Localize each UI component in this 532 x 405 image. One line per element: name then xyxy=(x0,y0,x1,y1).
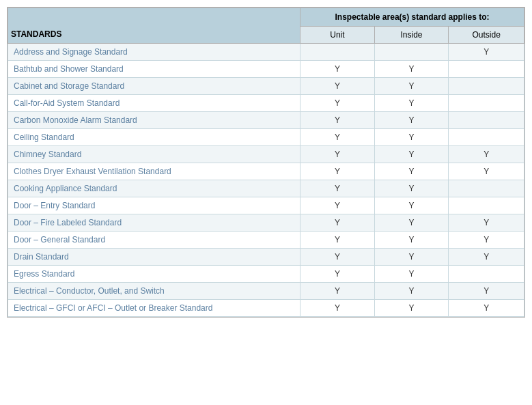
outside-cell: Y xyxy=(449,249,524,266)
table-row: Address and Signage StandardY xyxy=(8,44,524,61)
col-inside-header: Inside xyxy=(374,27,449,44)
table-row: Cooking Appliance StandardYY xyxy=(8,180,524,197)
table-row: Door – Entry StandardYY xyxy=(8,197,524,214)
standard-name-cell[interactable]: Egress Standard xyxy=(8,266,300,283)
inspectable-header: Inspectable area(s) standard applies to: xyxy=(300,8,524,27)
standard-name-cell[interactable]: Bathtub and Shower Standard xyxy=(8,61,300,78)
header-row-top: STANDARDS Inspectable area(s) standard a… xyxy=(8,8,524,27)
table-row: Electrical – GFCI or AFCI – Outlet or Br… xyxy=(8,300,524,317)
table-row: Drain StandardYYY xyxy=(8,249,524,266)
outside-cell xyxy=(449,61,524,78)
standard-name-cell[interactable]: Cooking Appliance Standard xyxy=(8,180,300,197)
standard-name-cell[interactable]: Ceiling Standard xyxy=(8,129,300,146)
inside-cell: Y xyxy=(374,266,449,283)
standard-name-cell[interactable]: Door – Entry Standard xyxy=(8,197,300,214)
outside-cell: Y xyxy=(449,232,524,249)
table-row: Chimney StandardYYY xyxy=(8,146,524,163)
unit-cell: Y xyxy=(300,197,375,214)
inside-cell: Y xyxy=(374,95,449,112)
table-row: Cabinet and Storage StandardYY xyxy=(8,78,524,95)
inside-cell: Y xyxy=(374,232,449,249)
outside-cell: Y xyxy=(449,300,524,317)
outside-cell xyxy=(449,266,524,283)
unit-cell: Y xyxy=(300,78,375,95)
unit-cell: Y xyxy=(300,112,375,129)
outside-cell xyxy=(449,180,524,197)
outside-cell: Y xyxy=(449,163,524,180)
unit-cell: Y xyxy=(300,146,375,163)
inside-cell: Y xyxy=(374,112,449,129)
outside-cell xyxy=(449,112,524,129)
unit-cell: Y xyxy=(300,300,375,317)
inside-cell: Y xyxy=(374,129,449,146)
col-unit-header: Unit xyxy=(300,27,375,44)
standard-name-cell[interactable]: Cabinet and Storage Standard xyxy=(8,78,300,95)
table-row: Electrical – Conductor, Outlet, and Swit… xyxy=(8,283,524,300)
inside-cell: Y xyxy=(374,300,449,317)
outside-cell xyxy=(449,78,524,95)
outside-cell xyxy=(449,197,524,214)
unit-cell: Y xyxy=(300,283,375,300)
table-row: Egress StandardYY xyxy=(8,266,524,283)
unit-cell: Y xyxy=(300,163,375,180)
standard-name-cell[interactable]: Call-for-Aid System Standard xyxy=(8,95,300,112)
inside-cell: Y xyxy=(374,61,449,78)
unit-cell: Y xyxy=(300,266,375,283)
unit-cell: Y xyxy=(300,249,375,266)
inside-cell: Y xyxy=(374,163,449,180)
outside-cell: Y xyxy=(449,214,524,232)
unit-cell: Y xyxy=(300,129,375,146)
inside-cell xyxy=(374,44,449,61)
col-outside-header: Outside xyxy=(449,27,524,44)
standard-name-cell[interactable]: Chimney Standard xyxy=(8,146,300,163)
outside-cell xyxy=(449,129,524,146)
standard-name-cell[interactable]: Drain Standard xyxy=(8,249,300,266)
inside-cell: Y xyxy=(374,214,449,232)
outside-cell xyxy=(449,95,524,112)
unit-cell xyxy=(300,44,375,61)
table-body: Address and Signage StandardYBathtub and… xyxy=(8,44,524,317)
standard-name-cell[interactable]: Door – General Standard xyxy=(8,232,300,249)
standards-header: STANDARDS xyxy=(8,8,300,44)
inside-cell: Y xyxy=(374,180,449,197)
outside-cell: Y xyxy=(449,44,524,61)
standards-table: STANDARDS Inspectable area(s) standard a… xyxy=(8,8,524,317)
outside-cell: Y xyxy=(449,146,524,163)
standard-name-cell[interactable]: Electrical – GFCI or AFCI – Outlet or Br… xyxy=(8,300,300,317)
table-row: Door – General StandardYYY xyxy=(8,232,524,249)
table-row: Ceiling StandardYY xyxy=(8,129,524,146)
outside-cell: Y xyxy=(449,283,524,300)
table-row: Bathtub and Shower StandardYY xyxy=(8,61,524,78)
standard-name-cell[interactable]: Electrical – Conductor, Outlet, and Swit… xyxy=(8,283,300,300)
table-row: Clothes Dryer Exhaust Ventilation Standa… xyxy=(8,163,524,180)
table-row: Door – Fire Labeled StandardYYY xyxy=(8,214,524,232)
inside-cell: Y xyxy=(374,146,449,163)
unit-cell: Y xyxy=(300,232,375,249)
standard-name-cell[interactable]: Address and Signage Standard xyxy=(8,44,300,61)
table-row: Call-for-Aid System StandardYY xyxy=(8,95,524,112)
unit-cell: Y xyxy=(300,180,375,197)
unit-cell: Y xyxy=(300,61,375,78)
inside-cell: Y xyxy=(374,197,449,214)
standard-name-cell[interactable]: Carbon Monoxide Alarm Standard xyxy=(8,112,300,129)
standard-name-cell[interactable]: Door – Fire Labeled Standard xyxy=(8,214,300,232)
unit-cell: Y xyxy=(300,214,375,232)
standard-name-cell[interactable]: Clothes Dryer Exhaust Ventilation Standa… xyxy=(8,163,300,180)
inside-cell: Y xyxy=(374,283,449,300)
inside-cell: Y xyxy=(374,78,449,95)
standards-table-container: STANDARDS Inspectable area(s) standard a… xyxy=(7,7,525,318)
unit-cell: Y xyxy=(300,95,375,112)
inside-cell: Y xyxy=(374,249,449,266)
table-row: Carbon Monoxide Alarm StandardYY xyxy=(8,112,524,129)
